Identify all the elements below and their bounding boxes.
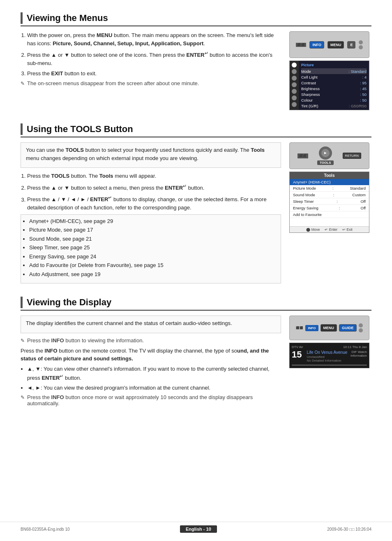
tools-row-sound: Sound Mode : Custom: [290, 192, 369, 198]
progress-bar: [292, 365, 367, 366]
section3-para1: Press the INFO button on the remote cont…: [21, 347, 281, 363]
s2-step1-bold1: TOOLS: [51, 173, 70, 179]
icon-sound: [292, 69, 297, 74]
tools-row-sleep: Sleep Timer : Off: [290, 198, 369, 205]
tools-menu-footer: ⬤ Move ↵ Enter ↩ Exit: [290, 226, 369, 232]
section3-intro-box: The display identifies the current chann…: [21, 316, 281, 333]
section2-image: ⬛⬛ ▶ TOOLS RETURN Tools A: [289, 142, 371, 283]
tools-sleep-sep: :: [337, 199, 338, 204]
contrast-label: Contrast: [301, 81, 316, 85]
icon-picture: [292, 63, 297, 67]
section3-bullet1: ▲, ▼: You can view other channel's infor…: [27, 365, 281, 382]
s2-step1-bold2: Tools: [99, 173, 113, 179]
e-btn-remote: E: [347, 41, 355, 49]
menu-row-celllight: Cell Light : 4: [301, 74, 367, 80]
section3-title: Viewing the Display: [27, 297, 111, 308]
info-btn-remote: INFO: [309, 41, 324, 49]
picture-menu: Picture Mode : Standard Cell Light : 4 C…: [289, 60, 369, 110]
tools-energy-label: Energy Saving: [293, 206, 318, 210]
section1-content: With the power on, press the MENU button…: [21, 31, 371, 110]
enter-bold-s3: ENTER: [42, 375, 60, 381]
colour-value: : 50: [360, 98, 367, 102]
tint-value: : G50/R50: [349, 104, 367, 108]
footer-move: ⬤ Move: [306, 228, 320, 232]
section3-note2: ✎ Press the INFO button once more or wai…: [21, 394, 281, 406]
channel-time: 10:11 Thu 8 Jan: [343, 345, 367, 349]
tint-label: Tint (G/R): [301, 104, 318, 108]
tools-bullet-6: Add to Favourite (or Delete from Favouri…: [29, 261, 277, 269]
note-icon-3b: ✎: [21, 395, 25, 400]
menu-row-brightness: Brightness : 45: [301, 86, 367, 91]
menu-row-mode: Mode : Standard: [301, 68, 367, 74]
icon-support: [292, 102, 297, 107]
section3-intro: The display identifies the current chann…: [26, 319, 276, 327]
tools-bold-1: TOOLS: [65, 147, 84, 153]
tools-bold-2: Tools: [251, 147, 265, 153]
channel-detail: No Detailed Information: [307, 359, 348, 362]
note-icon-3: ✎: [21, 338, 25, 344]
tools-bullet-7: Auto Adjustment, see page 19: [29, 270, 277, 279]
info-bold-para: INFO: [45, 348, 58, 354]
icon-channel: [292, 76, 297, 81]
section2-content: You can use the TOOLS button to select y…: [21, 142, 371, 283]
tools-bullets: Anynet+ (HDMI-CEC), see page 29 Picture …: [29, 217, 277, 279]
info-btn-display: INFO: [305, 325, 318, 331]
section3-header: Viewing the Display: [21, 297, 371, 311]
section3-bullets: ▲, ▼: You can view other channel's infor…: [27, 365, 281, 392]
footer-right-text: 2009-06-30 □□ 10:26:04: [327, 527, 371, 532]
section2-step1: Press the TOOLS button. The Tools menu w…: [27, 172, 281, 180]
section-bar-3: [21, 297, 23, 308]
tools-sound-sep: :: [333, 193, 334, 197]
channel-display: DTV Air 10:11 Thu 8 Jan 15 Life On Venus…: [289, 343, 369, 368]
page-container: Viewing the Menus With the power on, pre…: [0, 0, 392, 541]
brightness-label: Brightness: [301, 86, 320, 91]
section1-title: Viewing the Menus: [27, 13, 108, 23]
tools-bullet-3: Sound Mode, see page 21: [29, 235, 277, 243]
channel-right2: Information: [350, 354, 367, 358]
contrast-value: : 95: [360, 81, 367, 85]
menu-btn-display: MENU: [321, 324, 337, 332]
menu-row-contrast: Contrast : 95: [301, 80, 367, 86]
section2-step3: Press the ▲ / ▼ / ◄ / ► / ENTER↵ buttons…: [27, 194, 281, 211]
tools-picture-sep: :: [332, 186, 334, 190]
tools-menu-anynet: Anynet+ (HDMI-CEC): [290, 179, 369, 185]
tools-menu: Tools Anynet+ (HDMI-CEC) Picture Mode : …: [289, 172, 369, 233]
tools-bullet-2: Picture Mode, see page 17: [29, 226, 277, 234]
return-btn-remote: RETURN: [343, 153, 361, 159]
sound-bold: und, and the status of certain picture a…: [21, 348, 269, 362]
section3-content: The display identifies the current chann…: [21, 316, 371, 409]
note3b-text: Press the INFO button once more or wait …: [27, 394, 281, 406]
icon-input: [292, 89, 297, 94]
picture-menu-body: Picture Mode : Standard Cell Light : 4 C…: [299, 61, 369, 110]
tools-menu-header: Tools: [290, 172, 369, 179]
channel-rating: Unclassified: [307, 355, 348, 359]
step2-enter-bold: ENTER: [187, 52, 205, 58]
remote-top-1: ⬛ ⬛ INFO MENU E: [289, 31, 369, 58]
tools-energy-sep: :: [339, 206, 340, 210]
section1-step3: Press the EXIT button to exit.: [27, 70, 281, 78]
sharpness-label: Sharpness: [301, 92, 320, 97]
section2-text: You can use the TOOLS button to select y…: [21, 142, 281, 283]
tools-bullet-5: Energy Saving, see page 24: [29, 253, 277, 261]
tools-menu-spacer: [290, 218, 369, 226]
info-bold-note2: INFO: [51, 394, 64, 400]
page-number: English - 10: [180, 525, 217, 533]
tools-fav-label: Add to Favourite: [293, 212, 322, 217]
menu-picture-label: Picture: [301, 62, 367, 68]
section1-image: ⬛ ⬛ INFO MENU E: [289, 31, 371, 110]
tools-sound-value: Custom: [352, 193, 366, 197]
colour-label: Colour: [301, 98, 313, 102]
section1-text: With the power on, press the MENU button…: [21, 31, 281, 110]
section-viewing-menus: Viewing the Menus With the power on, pre…: [21, 12, 371, 110]
s2-step2-bold: ENTER: [165, 185, 183, 191]
section2-intro-box: You can use the TOOLS button to select y…: [21, 142, 281, 168]
step1-menu-bold: MENU: [97, 32, 112, 38]
sharpness-value: : 50: [360, 92, 367, 97]
menu-row-colour: Colour : 50: [301, 97, 367, 103]
icon-setup: [292, 82, 297, 87]
section3-note1: ✎ Press the INFO button to viewing the i…: [21, 337, 281, 344]
channel-prog: Life On Venus Avenue: [307, 350, 348, 355]
section-tools-button: Using the TOOLS Button You can use the T…: [21, 123, 371, 283]
section1-step1: With the power on, press the MENU button…: [27, 31, 281, 47]
menu-btn-remote: MENU: [327, 41, 344, 49]
